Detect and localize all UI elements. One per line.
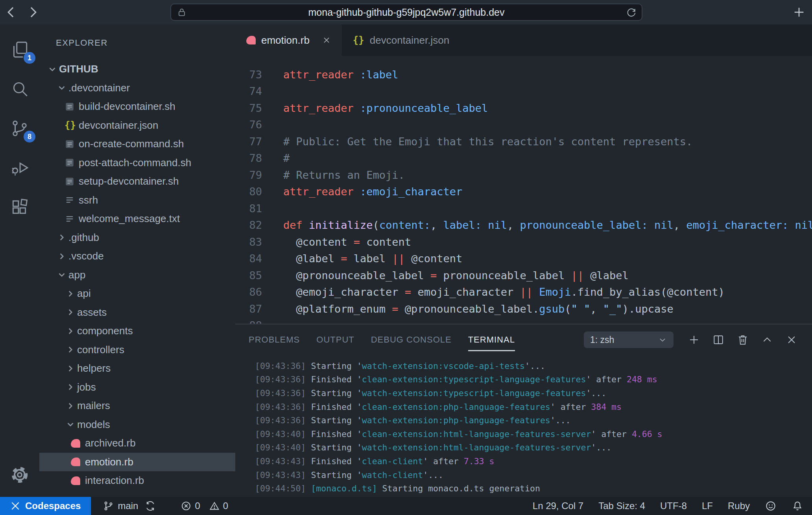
panel-header: PROBLEMSOUTPUTDEBUG CONSOLETERMINAL 1: z… <box>235 324 812 355</box>
code-line-80: 80attr_reader :emoji_character <box>235 183 812 200</box>
tree-item-GITHUB[interactable]: GITHUB <box>39 60 235 79</box>
error-icon <box>181 500 192 511</box>
tree-item-models[interactable]: models <box>39 415 235 434</box>
tree-item-label: api <box>77 287 91 300</box>
tree-item-app[interactable]: app <box>39 266 235 285</box>
branch-icon <box>103 500 114 511</box>
tree-item-welcome_message.txt[interactable]: welcome_message.txt <box>39 209 235 228</box>
tree-item-build-devcontainer.sh[interactable]: build-devcontainer.sh <box>39 97 235 116</box>
tree-item-label: welcome_message.txt <box>79 213 180 225</box>
code-line-79: 79# Returns an Emoji. <box>235 167 812 183</box>
terminal-line: [09:43:36] Finished 'clean-extension:typ… <box>255 373 812 387</box>
panel-tab-problems[interactable]: PROBLEMS <box>249 335 300 345</box>
tree-item-interaction.rb[interactable]: interaction.rb <box>39 471 235 490</box>
eol-status-item[interactable]: LF <box>702 500 713 511</box>
tree-item-ssrh[interactable]: ssrh <box>39 191 235 210</box>
sync-icon <box>144 500 156 512</box>
terminal-line: [09:43:36] Finished 'clean-extension:php… <box>255 400 812 414</box>
close-panel-icon[interactable] <box>785 333 798 346</box>
terminal-line: [09:43:43] Starting 'watch-client'... <box>255 468 812 482</box>
sh-file-icon <box>65 157 78 168</box>
chevron-right-icon <box>65 345 76 355</box>
tree-item-.devcontainer[interactable]: .devcontainer <box>39 79 235 98</box>
line-number: 85 <box>235 269 262 282</box>
tree-item-components[interactable]: components <box>39 322 235 341</box>
feedback-smiley-icon[interactable] <box>765 500 777 512</box>
bottom-panel: PROBLEMSOUTPUTDEBUG CONSOLETERMINAL 1: z… <box>235 324 812 497</box>
explorer-activity-icon[interactable]: 1 <box>7 37 32 62</box>
tree-item-helpers[interactable]: helpers <box>39 359 235 378</box>
code-line-74: 74 <box>235 83 812 100</box>
tree-item-.vscode[interactable]: .vscode <box>39 247 235 266</box>
panel-tab-output[interactable]: OUTPUT <box>316 335 354 345</box>
source-control-icon[interactable]: 8 <box>7 116 32 141</box>
browser-back-button[interactable] <box>0 1 22 23</box>
encoding-status-item[interactable]: UTF-8 <box>660 500 687 511</box>
tree-item-archived.rb[interactable]: archived.rb <box>39 434 235 453</box>
close-tab-icon[interactable] <box>322 36 331 44</box>
tree-item-setup-devcontainer.sh[interactable]: setup-devcontainer.sh <box>39 172 235 191</box>
code-editor[interactable]: 73attr_reader :label7475attr_reader :pro… <box>235 56 812 324</box>
tree-item-label: on-create-command.sh <box>79 138 184 150</box>
cursor-position-status-item[interactable]: Ln 29, Col 7 <box>533 500 583 511</box>
sh-file-icon <box>65 102 78 112</box>
address-bar[interactable]: mona-github-github-g59jpq2w5w7.github.de… <box>170 4 642 21</box>
tab-size-status-item[interactable]: Tab Size: 4 <box>598 500 645 511</box>
code-line-77: 77# Public: Get the Emoji that this reac… <box>235 133 812 150</box>
chevron-down-icon <box>56 270 68 280</box>
terminal-output[interactable]: [09:43:36] Starting 'watch-extension:vsc… <box>235 355 812 497</box>
tree-item-label: app <box>68 269 85 281</box>
terminal-line: [09:43:36] Starting 'watch-extension:php… <box>255 413 812 427</box>
explorer-sidebar: EXPLORER GITHUB.devcontainerbuild-devcon… <box>39 24 235 497</box>
line-number: 88 <box>235 319 262 324</box>
reload-icon[interactable] <box>626 7 637 18</box>
tree-item-on-create-command.sh[interactable]: on-create-command.sh <box>39 135 235 154</box>
code-line-75: 75attr_reader :pronounceable_label <box>235 100 812 117</box>
language-mode-status-item[interactable]: Ruby <box>728 500 750 511</box>
tree-item-label: ssrh <box>79 194 98 206</box>
tree-item-mailers[interactable]: mailers <box>39 396 235 415</box>
panel-tab-terminal[interactable]: TERMINAL <box>468 335 515 345</box>
code-line-85: 85 @pronounceable_label = pronounceable_… <box>235 267 812 284</box>
codespaces-status-item[interactable]: Codespaces <box>0 497 91 515</box>
new-tab-button[interactable] <box>792 6 806 20</box>
sh-file-icon <box>65 139 78 149</box>
chevron-right-icon <box>65 401 76 411</box>
new-terminal-icon[interactable] <box>688 333 700 346</box>
run-debug-icon[interactable] <box>7 155 32 180</box>
extensions-icon[interactable] <box>7 195 32 220</box>
tree-item-emotion.rb[interactable]: emotion.rb <box>39 453 235 472</box>
panel-tab-debug-console[interactable]: DEBUG CONSOLE <box>371 335 452 345</box>
editor-tab-emotion.rb[interactable]: emotion.rb <box>235 24 342 56</box>
problems-status-item[interactable]: 0 0 <box>181 500 234 511</box>
terminal-shell-label: 1: zsh <box>590 335 614 345</box>
tree-item-controllers[interactable]: controllers <box>39 341 235 359</box>
chevron-right-icon <box>65 382 76 392</box>
kill-terminal-trash-icon[interactable] <box>736 333 749 346</box>
tree-item-api[interactable]: api <box>39 284 235 303</box>
settings-gear-icon[interactable] <box>7 462 32 487</box>
code-line-86: 86 @emoji_character = emoji_character ||… <box>235 284 812 301</box>
browser-forward-button[interactable] <box>22 1 44 23</box>
tree-item-assets[interactable]: assets <box>39 303 235 322</box>
code-line-81: 81 <box>235 200 812 217</box>
tree-item-jobs[interactable]: jobs <box>39 378 235 397</box>
maximize-panel-icon[interactable] <box>761 333 773 346</box>
workbench: 1 8 EXPLORER GITHUB.devcontainerbuild-de… <box>0 24 812 497</box>
chevron-right-icon <box>65 307 76 317</box>
tree-item-label: .github <box>68 232 99 244</box>
url-text: mona-github-github-g59jpq2w5w7.github.de… <box>171 7 642 18</box>
tree-item-post-attach-command.sh[interactable]: post-attach-command.sh <box>39 154 235 172</box>
notifications-bell-icon[interactable] <box>792 500 803 512</box>
tree-item-.github[interactable]: .github <box>39 228 235 247</box>
search-icon[interactable] <box>7 76 32 102</box>
tree-item-label: models <box>77 419 110 431</box>
tree-item-devcontainer.json[interactable]: {}devcontainer.json <box>39 116 235 135</box>
editor-tab-devcontainer.json[interactable]: {}devcontainer.json <box>342 24 460 56</box>
code-line-87: 87 @platform_enum = @pronounceable_label… <box>235 300 812 317</box>
branch-status-item[interactable]: main <box>103 500 156 512</box>
tree-item-label: .vscode <box>68 250 104 262</box>
split-terminal-icon[interactable] <box>712 333 725 346</box>
line-number: 74 <box>235 85 262 97</box>
terminal-shell-dropdown[interactable]: 1: zsh <box>584 332 674 348</box>
